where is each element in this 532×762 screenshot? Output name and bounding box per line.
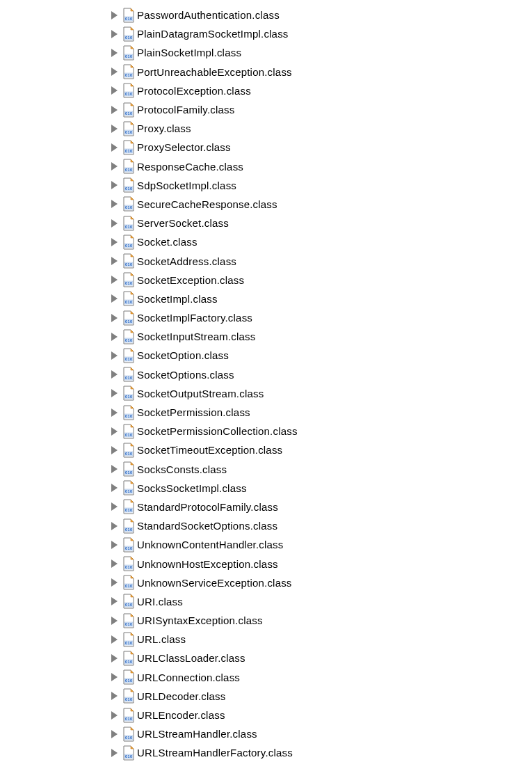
disclosure-triangle-icon[interactable] — [111, 692, 118, 700]
tree-row[interactable]: 010 URISyntaxException.class — [111, 611, 532, 630]
disclosure-triangle-icon[interactable] — [111, 162, 118, 170]
file-label: UnknownHostException.class — [137, 558, 278, 570]
file-label: ProtocolException.class — [137, 85, 251, 97]
disclosure-triangle-icon[interactable] — [111, 143, 118, 152]
tree-row[interactable]: 010 Socket.class — [111, 232, 532, 251]
svg-text:010: 010 — [125, 300, 133, 304]
tree-row[interactable]: 010 SocketOptions.class — [111, 365, 532, 384]
disclosure-triangle-icon[interactable] — [111, 333, 118, 341]
disclosure-triangle-icon[interactable] — [111, 238, 118, 246]
tree-row[interactable]: 010 SocketTimeoutException.class — [111, 440, 532, 459]
tree-row[interactable]: 010 SocketPermission.class — [111, 403, 532, 422]
disclosure-triangle-icon[interactable] — [111, 181, 118, 189]
tree-row[interactable]: 010 PortUnreachableException.class — [111, 63, 532, 81]
disclosure-triangle-icon[interactable] — [111, 49, 118, 57]
file-label: PasswordAuthentication.class — [137, 9, 280, 21]
disclosure-triangle-icon[interactable] — [111, 389, 118, 397]
tree-row[interactable]: 010 URLStreamHandlerFactory.class — [111, 743, 532, 762]
tree-row[interactable]: 010 SocketPermissionCollection.class — [111, 422, 532, 440]
disclosure-triangle-icon[interactable] — [111, 257, 118, 265]
disclosure-triangle-icon[interactable] — [111, 730, 118, 738]
disclosure-triangle-icon[interactable] — [111, 559, 118, 568]
file-label: ResponseCache.class — [137, 161, 243, 173]
tree-row[interactable]: 010 SocksConsts.class — [111, 460, 532, 479]
tree-row[interactable]: 010 ProtocolFamily.class — [111, 100, 532, 119]
tree-row[interactable]: 010 SocketException.class — [111, 271, 532, 289]
tree-row[interactable]: 010 UnknownHostException.class — [111, 554, 532, 573]
tree-row[interactable]: 010 PlainDatagramSocketImpl.class — [111, 24, 532, 43]
disclosure-triangle-icon[interactable] — [111, 635, 118, 644]
disclosure-triangle-icon[interactable] — [111, 30, 118, 38]
class-file-icon: 010 — [122, 102, 136, 118]
disclosure-triangle-icon[interactable] — [111, 541, 118, 549]
disclosure-triangle-icon[interactable] — [111, 502, 118, 511]
tree-row[interactable]: 010 URLConnection.class — [111, 668, 532, 687]
class-file-icon: 010 — [122, 575, 136, 590]
tree-row[interactable]: 010 ResponseCache.class — [111, 157, 532, 176]
tree-row[interactable]: 010 UnknownContentHandler.class — [111, 535, 532, 554]
svg-text:010: 010 — [125, 186, 133, 191]
disclosure-triangle-icon[interactable] — [111, 219, 118, 228]
tree-row[interactable]: 010 PlainSocketImpl.class — [111, 43, 532, 62]
disclosure-triangle-icon[interactable] — [111, 711, 118, 720]
disclosure-triangle-icon[interactable] — [111, 11, 118, 19]
tree-row[interactable]: 010 PasswordAuthentication.class — [111, 6, 532, 24]
tree-row[interactable]: 010 SdpSocketImpl.class — [111, 176, 532, 195]
file-label: URLClassLoader.class — [137, 652, 245, 664]
tree-row[interactable]: 010 StandardSocketOptions.class — [111, 516, 532, 535]
tree-row[interactable]: 010 URLEncoder.class — [111, 706, 532, 724]
tree-row[interactable]: 010 ProtocolException.class — [111, 81, 532, 100]
tree-row[interactable]: 010 Proxy.class — [111, 119, 532, 138]
disclosure-triangle-icon[interactable] — [111, 200, 118, 208]
tree-row[interactable]: 010 SocketInputStream.class — [111, 327, 532, 346]
disclosure-triangle-icon[interactable] — [111, 86, 118, 95]
disclosure-triangle-icon[interactable] — [111, 617, 118, 625]
tree-row[interactable]: 010 ProxySelector.class — [111, 138, 532, 157]
tree-row[interactable]: 010 ServerSocket.class — [111, 214, 532, 232]
svg-text:010: 010 — [125, 395, 133, 399]
class-file-icon: 010 — [122, 708, 136, 723]
class-file-icon: 010 — [122, 235, 136, 250]
tree-row[interactable]: 010 URLStreamHandler.class — [111, 724, 532, 743]
tree-row[interactable]: 010 StandardProtocolFamily.class — [111, 498, 532, 516]
disclosure-triangle-icon[interactable] — [111, 522, 118, 530]
disclosure-triangle-icon[interactable] — [111, 294, 118, 303]
svg-text:010: 010 — [125, 527, 133, 532]
tree-row[interactable]: 010 URLDecoder.class — [111, 687, 532, 706]
tree-row[interactable]: 010 SocketOption.class — [111, 346, 532, 365]
class-file-icon: 010 — [122, 64, 136, 79]
disclosure-triangle-icon[interactable] — [111, 351, 118, 360]
disclosure-triangle-icon[interactable] — [111, 106, 118, 114]
tree-row[interactable]: 010 SecureCacheResponse.class — [111, 195, 532, 214]
disclosure-triangle-icon[interactable] — [111, 427, 118, 436]
disclosure-triangle-icon[interactable] — [111, 314, 118, 322]
disclosure-triangle-icon[interactable] — [111, 68, 118, 76]
tree-row[interactable]: 010 URLClassLoader.class — [111, 649, 532, 667]
svg-text:010: 010 — [125, 489, 133, 493]
svg-text:010: 010 — [125, 319, 133, 324]
disclosure-triangle-icon[interactable] — [111, 578, 118, 587]
disclosure-triangle-icon[interactable] — [111, 673, 118, 681]
disclosure-triangle-icon[interactable] — [111, 370, 118, 379]
tree-row[interactable]: 010 SocketAddress.class — [111, 251, 532, 270]
class-file-icon: 010 — [122, 140, 136, 155]
file-label: URLStreamHandlerFactory.class — [137, 747, 293, 759]
tree-row[interactable]: 010 SocketOutputStream.class — [111, 384, 532, 403]
disclosure-triangle-icon[interactable] — [111, 465, 118, 473]
disclosure-triangle-icon[interactable] — [111, 484, 118, 492]
tree-row[interactable]: 010 SocketImpl.class — [111, 289, 532, 308]
tree-row[interactable]: 010 SocksSocketImpl.class — [111, 479, 532, 498]
tree-row[interactable]: 010 SocketImplFactory.class — [111, 308, 532, 327]
file-label: StandardSocketOptions.class — [137, 520, 277, 532]
disclosure-triangle-icon[interactable] — [111, 125, 118, 133]
svg-text:010: 010 — [125, 357, 133, 361]
tree-row[interactable]: 010 URL.class — [111, 630, 532, 649]
disclosure-triangle-icon[interactable] — [111, 446, 118, 454]
tree-row[interactable]: 010 URI.class — [111, 592, 532, 611]
tree-row[interactable]: 010 UnknownServiceException.class — [111, 573, 532, 592]
disclosure-triangle-icon[interactable] — [111, 597, 118, 605]
disclosure-triangle-icon[interactable] — [111, 654, 118, 662]
disclosure-triangle-icon[interactable] — [111, 276, 118, 284]
disclosure-triangle-icon[interactable] — [111, 749, 118, 757]
disclosure-triangle-icon[interactable] — [111, 408, 118, 417]
